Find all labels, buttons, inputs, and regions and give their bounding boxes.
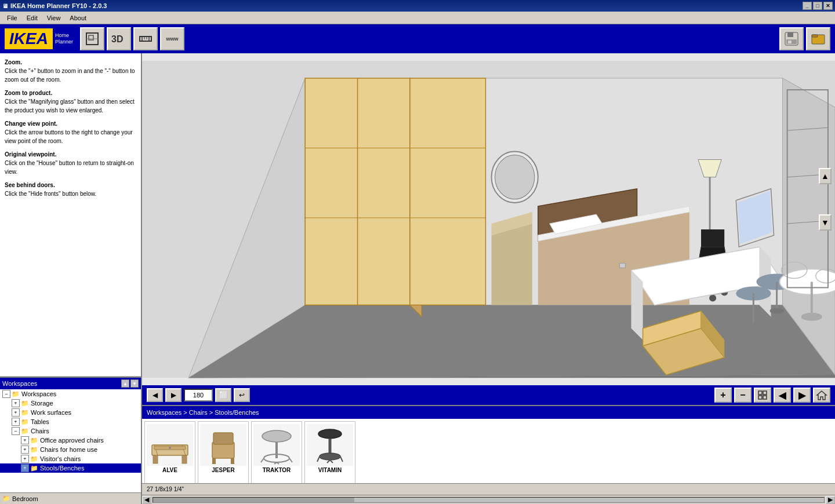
tree-scroll-up[interactable]: ▲ [121,379,129,388]
help-doors-title: See behind doors. [5,181,136,189]
zoom-in-button[interactable]: + [714,388,732,403]
help-view-point-body: Click the arrow buttons to the right to … [5,128,136,145]
nav-left-button[interactable]: ◀ [774,388,791,403]
svg-rect-1 [89,35,93,40]
svg-marker-42 [701,229,724,247]
nav-up-button[interactable]: ▲ [819,168,832,184]
svg-line-98 [317,456,320,462]
breadcrumb-path: Workspaces > Chairs > Stools/Benches [147,409,259,416]
svg-rect-70 [758,391,762,395]
tree-item-stools-benches[interactable]: + 📁 Stools/Benches [0,463,141,473]
toolbar-save-button[interactable] [779,27,804,50]
toolbar-web-button[interactable]: www [160,27,184,50]
expand-visitors-chairs-icon: + [21,455,29,463]
tree-item-workspaces[interactable]: − 📁 Workspaces [0,389,141,399]
viewport-nav-arrows: ▲ ▼ [819,53,835,385]
product-size-label: 27 1/8x19 1/4" [147,486,184,492]
help-view-point-title: Change view point. [5,119,136,128]
titlebar-controls: _ □ ✕ [803,2,833,10]
zoom-out-button[interactable]: − [734,388,752,403]
tree-office-approved-label: Office approved chairs [40,437,104,444]
svg-point-95 [318,429,342,439]
tree-chairs-label: Chairs [31,428,49,434]
product-item-alve[interactable]: ALVE [144,421,195,483]
nav-down-button[interactable]: ▼ [819,214,832,231]
tree-item-chairs-for-home-use[interactable]: + 📁 Chairs for home use [0,445,141,454]
expand-tables-icon: + [12,418,20,426]
product-item-traktor[interactable]: TRAKTOR [251,421,302,483]
svg-rect-73 [763,391,767,395]
titlebar: 🖥 IKEA Home Planner FY10 - 2.0.3 _ □ ✕ [0,0,835,12]
tree-item-visitors-chairs[interactable]: + 📁 Visitor's chairs [0,454,141,463]
tree-item-storage[interactable]: + 📁 Storage [0,399,141,408]
view-next-button[interactable]: ▶ [165,388,181,402]
ikea-logo: IKEA [5,28,53,49]
angle-input[interactable]: 180 [184,389,213,401]
view-square-button[interactable]: ⬜ [215,388,231,402]
svg-rect-65 [619,263,625,268]
help-original-view-title: Original viewpoint. [5,150,136,159]
product-alve-name: ALVE [162,467,177,473]
hscroll-left-button[interactable]: ◀ [142,496,151,504]
close-button[interactable]: ✕ [823,2,833,10]
tree-item-tables[interactable]: + 📁 Tables [0,417,141,426]
zoom-fit-button[interactable] [754,388,771,403]
folder-chairs-home-icon: 📁 [30,446,38,454]
window-title: IKEA Home Planner FY10 - 2.0.3 [10,2,107,9]
tree-item-work-surfaces[interactable]: + 📁 Work surfaces [0,408,141,417]
svg-rect-71 [763,396,767,399]
view-prev-button[interactable]: ◀ [147,388,163,402]
menu-file[interactable]: File [2,13,22,23]
maximize-button[interactable]: □ [813,2,822,10]
hscroll-thumb[interactable] [153,498,354,502]
minimize-button[interactable]: _ [803,2,812,10]
view-refresh-button[interactable]: ↩ [234,388,250,402]
svg-marker-27 [410,78,486,305]
nav-right-button[interactable]: ▶ [793,388,811,403]
svg-line-92 [289,458,292,462]
traktor-thumbnail [254,425,299,465]
toolbar-open-button[interactable] [806,27,830,50]
expand-storage-icon: + [12,399,20,407]
product-detail-bar: 27 1/8x19 1/4" [142,483,835,495]
svg-rect-72 [758,396,762,399]
svg-marker-30 [492,224,532,305]
tree-item-chairs[interactable]: − 📁 Chairs [0,426,141,436]
hscroll-right-button[interactable]: ▶ [826,496,835,504]
product-vitamin-name: VITAMIN [318,467,342,473]
product-traktor-name: TRAKTOR [263,467,291,473]
expand-stools-benches-icon: + [21,464,29,472]
tree-scroll-down[interactable]: ▼ [130,379,139,388]
tree-bottom: 📁 Bedroom [0,492,141,504]
help-section-original-view: Original viewpoint. Click on the "House"… [5,150,136,176]
product-jesper-name: JESPER [212,467,234,473]
horizontal-scrollbar[interactable]: ◀ ▶ [142,495,835,504]
product-breadcrumb: Workspaces > Chairs > Stools/Benches [142,406,835,419]
svg-rect-12 [788,41,792,43]
nav-home-button[interactable] [813,388,830,403]
toolbar-floor-plan-button[interactable] [80,27,104,50]
svg-point-88 [262,430,291,442]
menu-about[interactable]: About [65,13,91,23]
titlebar-left: 🖥 IKEA Home Planner FY10 - 2.0.3 [2,2,107,9]
tree-visitors-chairs-label: Visitor's chairs [40,455,81,462]
toolbar-measure-button[interactable] [133,27,158,50]
menu-view[interactable]: View [42,13,66,23]
folder-storage-icon: 📁 [21,400,29,407]
alve-thumbnail [147,425,193,465]
toolbar-3d-view-button[interactable]: 3D [107,27,131,50]
svg-rect-14 [812,35,818,37]
menu-edit[interactable]: Edit [22,13,42,23]
viewport-3d[interactable]: ▲ ▼ [142,53,835,385]
ikea-home-planner-label: Home Planner [55,32,73,45]
help-section-doors: See behind doors. Click the "Hide fronts… [5,181,136,198]
expand-office-approved-icon: + [21,436,29,444]
tree-item-office-approved-chairs[interactable]: + 📁 Office approved chairs [0,436,141,445]
folder-work-surfaces-icon: 📁 [21,409,29,417]
svg-line-100 [327,460,330,463]
product-item-jesper[interactable]: JESPER [198,421,249,483]
hscroll-track[interactable] [153,497,825,503]
svg-point-33 [495,155,535,199]
product-item-vitamin[interactable]: VITAMIN [304,421,355,483]
svg-line-99 [340,456,343,462]
